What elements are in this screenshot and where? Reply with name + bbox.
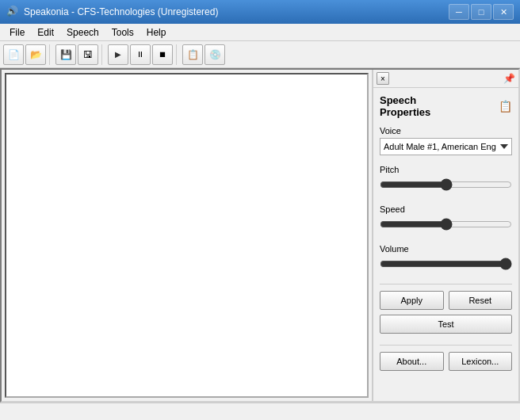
test-button[interactable]: Test — [380, 315, 512, 334]
panel-pin-icon[interactable]: 📌 — [503, 73, 515, 84]
volume-slider[interactable] — [380, 256, 512, 272]
minimize-button[interactable]: ─ — [449, 4, 469, 20]
menu-bar: File Edit Speech Tools Help — [0, 24, 520, 41]
save-as-button[interactable]: 🖫 — [78, 44, 98, 65]
panel-title: SpeechProperties — [380, 94, 430, 118]
play-button[interactable]: ▶ — [108, 44, 128, 65]
window-controls: ─ □ ✕ — [449, 4, 514, 20]
speech-panel: × 📌 SpeechProperties 📋 Voice Adult Male … — [372, 70, 518, 401]
stop-button[interactable]: ⏹ — [152, 44, 173, 65]
apply-reset-row: Apply Reset — [380, 291, 512, 310]
save-button[interactable]: 💾 — [55, 44, 76, 65]
copy-wave-button[interactable]: 📋 — [182, 44, 203, 65]
speed-label: Speed — [380, 204, 512, 214]
editor-area[interactable] — [5, 73, 369, 398]
menu-speech[interactable]: Speech — [60, 25, 105, 40]
speed-slider[interactable] — [380, 216, 512, 232]
toolbar-sep-1 — [49, 44, 52, 65]
toolbar: 📄 📂 💾 🖫 ▶ ⏸ ⏹ 📋 💿 — [0, 41, 520, 68]
divider-2 — [380, 345, 512, 346]
menu-file[interactable]: File — [3, 25, 31, 40]
pitch-label: Pitch — [380, 165, 512, 174]
menu-tools[interactable]: Tools — [105, 25, 140, 40]
save-wave-button[interactable]: 💿 — [205, 44, 225, 65]
open-button[interactable]: 📂 — [25, 44, 46, 65]
toolbar-sep-2 — [101, 44, 105, 65]
panel-close-button[interactable]: × — [377, 72, 389, 85]
about-lexicon-row: About... Lexicon... — [380, 352, 512, 371]
about-button[interactable]: About... — [380, 352, 444, 371]
panel-header: SpeechProperties 📋 — [380, 94, 512, 118]
title-bar: 🔊 Speakonia - CFS-Technologies (Unregist… — [0, 0, 520, 24]
voice-field-group: Voice Adult Male #1, American Eng Adult … — [380, 126, 512, 155]
menu-help[interactable]: Help — [140, 25, 173, 40]
maximize-button[interactable]: □ — [471, 4, 491, 20]
window-title: Speakonia - CFS-Technologies (Unregister… — [24, 6, 218, 17]
pause-button[interactable]: ⏸ — [130, 44, 151, 65]
divider-1 — [380, 284, 512, 284]
new-button[interactable]: 📄 — [3, 44, 24, 65]
voice-select[interactable]: Adult Male #1, American Eng Adult Female… — [380, 138, 512, 155]
lexicon-button[interactable]: Lexicon... — [449, 352, 513, 371]
app-icon: 🔊 — [6, 6, 19, 18]
menu-edit[interactable]: Edit — [31, 25, 60, 40]
panel-header-icon: 📋 — [499, 100, 512, 113]
pitch-field-group: Pitch — [380, 165, 512, 195]
panel-content: SpeechProperties 📋 Voice Adult Male #1, … — [373, 88, 518, 401]
speed-field-group: Speed — [380, 204, 512, 235]
panel-title-bar: × 📌 — [373, 70, 518, 88]
reset-button[interactable]: Reset — [449, 291, 513, 310]
voice-label: Voice — [380, 126, 512, 136]
main-area: × 📌 SpeechProperties 📋 Voice Adult Male … — [0, 68, 520, 403]
pitch-slider[interactable] — [380, 177, 512, 193]
volume-field-group: Volume — [380, 244, 512, 274]
toolbar-sep-3 — [176, 44, 179, 65]
close-button[interactable]: ✕ — [493, 4, 514, 20]
apply-button[interactable]: Apply — [380, 291, 444, 310]
volume-label: Volume — [380, 244, 512, 254]
status-bar — [0, 403, 520, 420]
